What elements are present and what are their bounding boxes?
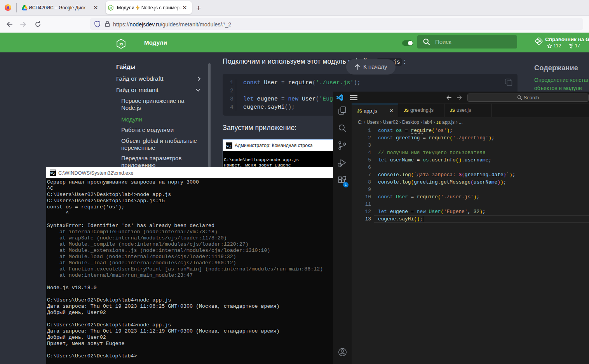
svg-text:JS: JS [119, 42, 124, 46]
svg-text:JS: JS [109, 7, 112, 9]
svg-text:C:\: C:\ [227, 144, 231, 147]
